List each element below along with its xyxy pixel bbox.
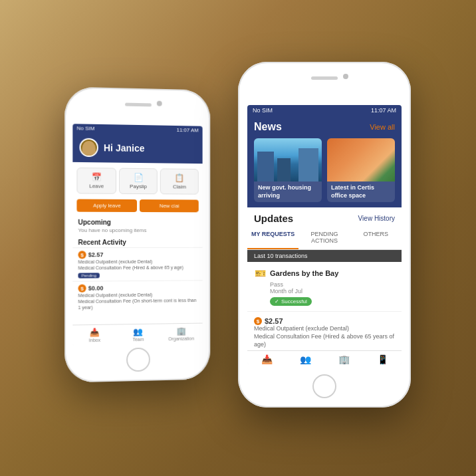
back-time: 11:07 AM [177, 127, 199, 134]
news-card-1[interactable]: New govt. housing arriving [254, 138, 322, 202]
avatar [79, 138, 98, 158]
upcoming-subtitle: You have no upcoming items [72, 227, 202, 236]
phone-speaker-front [311, 76, 338, 80]
view-all-link[interactable]: View all [370, 123, 395, 131]
back-bottom-nav: 📥 Inbox 👥 Team 🏢 Organization [72, 323, 202, 346]
view-history-link[interactable]: View History [358, 215, 395, 222]
activity-desc-1: Medical Outpatient (exclude Dental) Medi… [78, 259, 197, 271]
front-carrier: No SIM [253, 107, 273, 114]
phone-speaker-back [125, 103, 152, 107]
upcoming-section: Upcoming You have no upcoming items [72, 216, 202, 236]
front-inbox-icon: 📥 [247, 354, 286, 364]
back-nav-inbox[interactable]: 📥 Inbox [72, 327, 116, 342]
avatar-figure [82, 141, 96, 156]
checkmark-icon: ✓ [275, 298, 279, 304]
back-phone: No SIM 11:07 AM Hi Janice 📅 Leave [64, 86, 210, 382]
phones-container: No SIM 11:07 AM Hi Janice 📅 Leave [52, 22, 424, 454]
medical-desc1: Medical Outpatient (exclude Dental) [254, 325, 395, 333]
pass-sub1: Pass [254, 281, 395, 288]
news-title: News [254, 121, 282, 133]
transaction-item-medical: $ $2.57 Medical Outpatient (exclude Dent… [247, 312, 402, 354]
recent-activity-section: Recent Activity $ $2.57 Medical Outpatie… [72, 236, 202, 314]
inbox-icon: 📥 [72, 327, 116, 337]
payslip-icon: 📄 [121, 173, 156, 182]
recent-activity-title: Recent Activity [72, 236, 202, 247]
new-claim-button[interactable]: New clai [140, 199, 199, 212]
leave-label: Leave [78, 183, 114, 189]
ticket-icon: 🎫 [254, 267, 266, 279]
medical-amount: $ $2.57 [254, 317, 395, 325]
team-icon: 👥 [116, 327, 160, 337]
org-icon: 🏢 [160, 326, 202, 336]
updates-header: Updates View History [247, 207, 402, 227]
office-inner [327, 138, 395, 181]
front-org-icon: 🏢 [324, 354, 363, 364]
transactions-label: Last 10 transactions [247, 250, 402, 262]
updates-section: Updates View History MY REQUESTS PENDING… [247, 207, 402, 354]
phone-camera-front [343, 74, 348, 79]
leave-icon: 📅 [78, 172, 114, 182]
phone-home-back[interactable] [126, 348, 150, 372]
back-nav-org[interactable]: 🏢 Organization [160, 326, 202, 342]
dollar-icon-2: $ [78, 285, 86, 293]
updates-title: Updates [254, 213, 293, 224]
phone-home-front[interactable] [312, 374, 336, 398]
upcoming-title: Upcoming [72, 216, 202, 227]
updates-tabs: MY REQUESTS PENDING ACTIONS OTHERS [247, 227, 402, 250]
news-header: News View all [254, 121, 395, 133]
back-app-content: Hi Janice 📅 Leave 📄 Payslip 📋 Claim [72, 132, 202, 345]
back-phone-screen: No SIM 11:07 AM Hi Janice 📅 Leave [72, 124, 202, 346]
building-3 [298, 148, 318, 181]
building-1 [257, 152, 274, 181]
phone-camera-back [157, 101, 162, 106]
office-image [327, 138, 395, 181]
back-carrier: No SIM [76, 125, 94, 132]
news-section: News View all New govt. housing arriving [247, 116, 402, 207]
tab-others[interactable]: OTHERS [350, 227, 402, 249]
back-header: Hi Janice [72, 132, 202, 164]
front-nav-team[interactable]: 👥 Team [286, 354, 324, 364]
quick-actions: 📅 Leave 📄 Payslip 📋 Claim [72, 162, 202, 200]
dollar-icon-front: $ [254, 317, 262, 325]
claim-label: Claim [162, 183, 197, 189]
pass-item-header: 🎫 Gardens by the Bay [254, 267, 395, 279]
news-card-2[interactable]: Latest in Certis office space [327, 138, 395, 202]
front-status-bar: No SIM 11:07 AM [247, 105, 402, 116]
greeting-text: Hi Janice [104, 142, 145, 154]
front-team-icon: 👥 [286, 354, 324, 364]
dollar-icon-1: $ [78, 251, 86, 259]
tab-my-requests[interactable]: MY REQUESTS [247, 227, 298, 249]
payslip-label: Payslip [121, 183, 156, 189]
activity-amount-1: $ $2.57 [78, 251, 197, 259]
activity-desc-2: Medical Outpatient (exclude Dental) Medi… [78, 291, 197, 310]
building-2 [277, 158, 291, 181]
back-nav-team[interactable]: 👥 Team [116, 327, 160, 342]
pass-sub2: Month of Jul [254, 288, 395, 295]
activity-item-1: $ $2.57 Medical Outpatient (exclude Dent… [72, 247, 202, 281]
leave-button[interactable]: 📅 Leave [76, 168, 116, 194]
transaction-item-pass: 🎫 Gardens by the Bay Pass Month of Jul ✓… [247, 262, 402, 312]
success-badge: ✓ Successful [270, 297, 312, 306]
tab-pending-actions[interactable]: PENDING ACTIONS [298, 227, 350, 249]
front-app-content: News View all New govt. housing arriving [247, 116, 402, 364]
front-me-icon: 📱 [363, 354, 402, 364]
front-time: 11:07 AM [371, 107, 396, 114]
front-nav-org[interactable]: 🏢 Organization [324, 354, 363, 364]
front-phone: No SIM 11:07 AM News View all [238, 62, 411, 408]
building-image [254, 138, 322, 181]
news-cards: New govt. housing arriving Latest in Cer… [254, 138, 395, 202]
front-bottom-nav: 📥 Inbox 👥 Team 🏢 Organization 📱 Me [247, 350, 402, 364]
front-phone-screen: No SIM 11:07 AM News View all [247, 105, 402, 364]
apply-leave-button[interactable]: Apply leave [76, 199, 137, 212]
news-card-1-text: New govt. housing arriving [254, 181, 322, 202]
claim-button[interactable]: 📋 Claim [160, 168, 199, 194]
claim-icon: 📋 [162, 173, 197, 182]
front-nav-me[interactable]: 📱 Me [363, 354, 402, 364]
pass-title: Gardens by the Bay [270, 269, 338, 277]
news-card-2-text: Latest in Certis office space [327, 181, 395, 202]
orange-buttons: Apply leave New clai [72, 199, 202, 216]
payslip-button[interactable]: 📄 Payslip [119, 168, 158, 195]
activity-item-2: $ $0.00 Medical Outpatient (exclude Dent… [72, 280, 202, 313]
front-nav-inbox[interactable]: 📥 Inbox [247, 354, 286, 364]
pending-badge: Pending [78, 273, 99, 279]
